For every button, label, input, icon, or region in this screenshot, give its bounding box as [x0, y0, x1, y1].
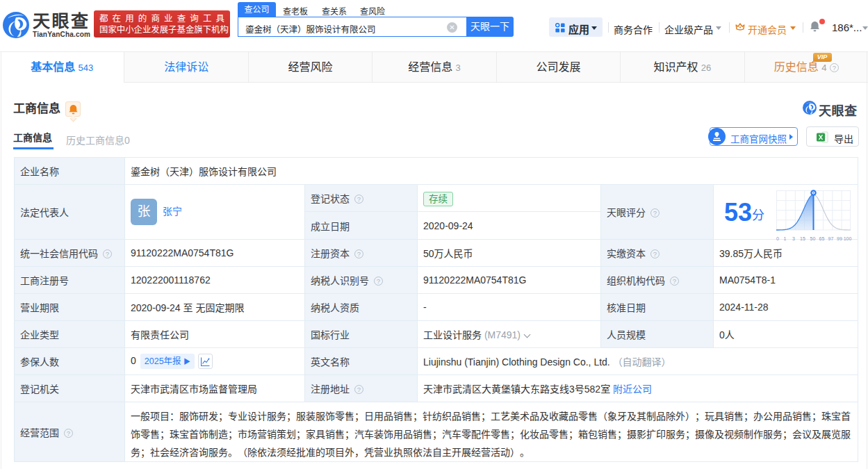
svg-text:3: 3 — [792, 236, 795, 241]
svg-text:99: 99 — [837, 236, 842, 241]
svg-text:97: 97 — [828, 236, 834, 241]
svg-text:100: 100 — [844, 236, 852, 241]
svg-text:1: 1 — [784, 236, 787, 241]
svg-text:50: 50 — [810, 236, 816, 241]
svg-text:65: 65 — [819, 236, 825, 241]
svg-text:0: 0 — [776, 236, 779, 241]
svg-text:15: 15 — [800, 236, 805, 241]
